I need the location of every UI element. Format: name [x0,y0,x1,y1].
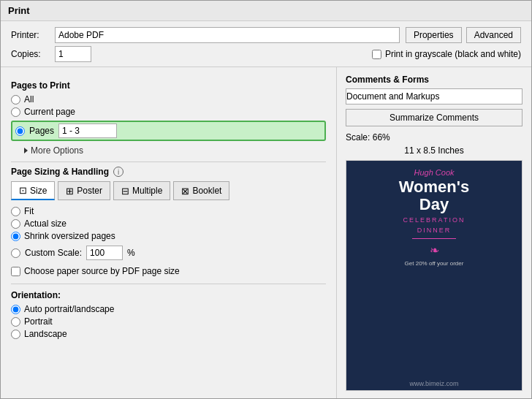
pages-radio[interactable] [15,126,25,136]
pages-label: Pages [29,126,54,136]
divider2 [11,284,326,284]
grayscale-row: Print in grayscale (black and white) [372,49,521,59]
portrait-radio[interactable] [11,317,20,327]
summarize-btn[interactable]: Summarize Comments [346,109,522,126]
landscape-label: Landscape [24,329,67,339]
printer-row: Printer: Adobe PDF Properties Advanced [11,27,521,43]
portrait-radio-item[interactable]: Portrait [11,316,326,327]
grayscale-label: Print in grayscale (black and white) [385,49,521,59]
preview-title-line2: Day [419,196,449,213]
window-title: Print [8,5,30,16]
comments-heading: Comments & Forms [346,75,522,85]
pages-to-print-heading: Pages to Print [11,80,326,91]
fit-radio-item[interactable]: Fit [11,206,326,216]
fit-label: Fit [24,206,34,216]
comments-select[interactable]: Document and Markups [346,88,522,104]
choose-paper-checkbox[interactable] [11,267,20,276]
custom-scale-input[interactable] [86,246,123,260]
more-options[interactable]: More Options [24,145,326,156]
scale-text: Scale: 66% [346,132,390,142]
left-panel: Pages to Print All Current page Pages [1,67,337,398]
multiple-btn-label: Multiple [132,186,162,196]
fit-options: Fit Actual size Shrink oversized pages [11,206,326,241]
sizing-heading-row: Page Sizing & Handling i [11,167,326,177]
size-btn[interactable]: ⊡ Size [11,181,55,200]
preview-sub1: CELEBRATION [403,216,466,224]
preview-inner: Hugh Cook Women's Day CELEBRATION DINNER… [346,161,522,390]
orientation-group: Auto portrait/landscape Portrait Landsca… [11,304,326,339]
fit-radio[interactable] [11,207,20,216]
properties-button[interactable]: Properties [406,27,462,43]
pages-range-input[interactable] [58,123,117,138]
landscape-radio[interactable] [11,330,20,339]
copies-input[interactable] [55,46,91,62]
preview-divider [412,238,456,239]
info-icon[interactable]: i [113,167,123,177]
auto-label: Auto portrait/landscape [24,304,114,314]
sizing-buttons: ⊡ Size ⊞ Poster ⊟ Multiple ⊠ Booklet [11,181,326,200]
portrait-label: Portrait [24,316,53,327]
advanced-button[interactable]: Advanced [466,27,521,43]
size-icon: ⊡ [19,185,27,196]
preview-box: Hugh Cook Women's Day CELEBRATION DINNER… [346,160,522,391]
pages-to-print-group: All Current page Pages [11,94,326,142]
pages-row-highlight: Pages [11,121,326,141]
current-page-radio-item[interactable]: Current page [11,107,326,117]
booklet-btn[interactable]: ⊠ Booklet [173,181,229,200]
size-btn-label: Size [30,186,47,196]
current-page-radio[interactable] [11,107,20,117]
size-text: 11 x 8.5 Inches [346,145,522,156]
all-radio[interactable] [11,95,20,104]
preview-sub2: DINNER [417,227,452,234]
landscape-radio-item[interactable]: Landscape [11,329,326,339]
multiple-btn[interactable]: ⊟ Multiple [113,181,170,200]
title-bar: Print [1,1,531,21]
preview-brand: Hugh Cook [414,168,454,177]
shrink-radio[interactable] [11,232,20,241]
auto-radio-item[interactable]: Auto portrait/landscape [11,304,326,314]
choose-paper-label: Choose paper source by PDF page size [24,266,180,276]
sizing-heading: Page Sizing & Handling [11,167,109,177]
current-page-label: Current page [24,107,75,117]
shrink-radio-item[interactable]: Shrink oversized pages [11,231,326,241]
poster-btn[interactable]: ⊞ Poster [58,181,110,200]
triangle-icon [24,148,28,153]
all-label: All [24,94,34,104]
percent-label: % [127,248,135,258]
actual-size-radio-item[interactable]: Actual size [11,218,326,229]
main-content: Pages to Print All Current page Pages [1,67,531,398]
orientation-section: Orientation: Auto portrait/landscape Por… [11,290,326,339]
multiple-icon: ⊟ [121,186,129,197]
preview-title-line1: Women's [399,178,470,196]
booklet-btn-label: Booklet [192,186,221,196]
printer-label: Printer: [11,30,55,40]
custom-scale-row: Custom Scale: % [11,246,326,260]
watermark: www.bimeiz.com [346,380,522,387]
scale-value: 66% [373,132,390,142]
orientation-heading: Orientation: [11,290,326,300]
custom-scale-radio[interactable] [11,248,20,258]
shrink-label: Shrink oversized pages [24,231,115,241]
preview-deco: ❧ [430,243,439,257]
choose-paper-row: Choose paper source by PDF page size [11,266,326,276]
printer-select[interactable]: Adobe PDF [55,27,400,43]
more-options-label: More Options [31,145,83,156]
grayscale-checkbox[interactable] [372,50,381,59]
booklet-icon: ⊠ [181,186,189,197]
divider1 [11,162,326,162]
all-radio-item[interactable]: All [11,94,326,104]
print-dialog: Print Printer: Adobe PDF Properties Adva… [0,0,532,399]
header-area: Printer: Adobe PDF Properties Advanced C… [1,21,531,67]
scale-label: Scale: [346,132,370,142]
poster-icon: ⊞ [66,186,74,197]
copies-row: Copies: Print in grayscale (black and wh… [11,46,521,62]
preview-offer: Get 20% off your order [405,260,464,267]
actual-size-radio[interactable] [11,219,20,229]
copies-label: Copies: [11,49,55,59]
actual-size-label: Actual size [24,218,66,229]
poster-btn-label: Poster [77,186,102,196]
right-panel: Comments & Forms Document and Markups Su… [337,67,531,398]
custom-scale-label: Custom Scale: [25,248,82,258]
auto-radio[interactable] [11,305,20,314]
